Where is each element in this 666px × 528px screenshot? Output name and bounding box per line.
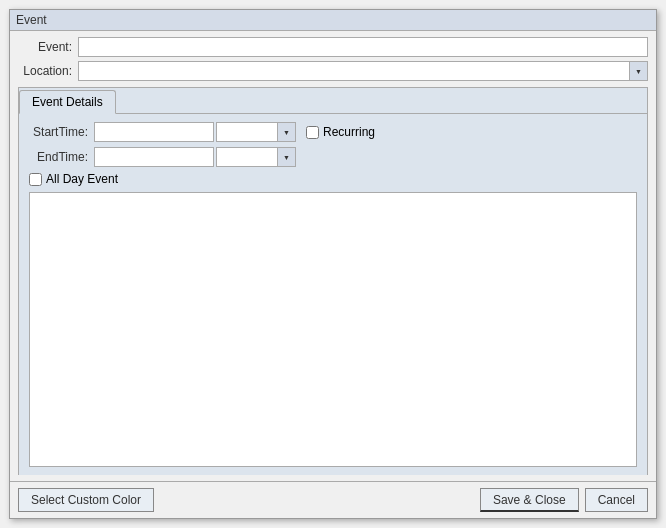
end-time-row: EndTime: [29, 147, 637, 167]
tab-event-details-label: Event Details [32, 95, 103, 109]
event-field-row: Event: [18, 37, 648, 57]
footer-left: Select Custom Color [18, 488, 154, 512]
event-dialog: Event Event: Location: Event Details [9, 9, 657, 519]
dialog-title-text: Event [16, 13, 47, 27]
allday-row: All Day Event [29, 172, 637, 186]
tab-event-details[interactable]: Event Details [19, 90, 116, 114]
start-time-input[interactable] [94, 122, 214, 142]
location-label: Location: [18, 64, 78, 78]
tab-container: Event Details StartTime: Recurring [18, 87, 648, 475]
dialog-title: Event [10, 10, 656, 31]
all-day-label: All Day Event [46, 172, 118, 186]
start-time-row: StartTime: Recurring [29, 122, 637, 142]
location-dropdown-button[interactable] [629, 62, 647, 80]
start-time-label: StartTime: [29, 125, 94, 139]
end-time-input[interactable] [94, 147, 214, 167]
tab-event-details-content: StartTime: Recurring EndTime: [19, 114, 647, 475]
dialog-body: Event: Location: Event Details StartTime… [10, 31, 656, 481]
cancel-button[interactable]: Cancel [585, 488, 648, 512]
start-ampm-input[interactable] [217, 123, 277, 141]
notes-textarea[interactable] [29, 192, 637, 467]
recurring-wrapper: Recurring [306, 125, 375, 139]
save-close-label: Save & Close [493, 493, 566, 507]
save-close-button[interactable]: Save & Close [480, 488, 579, 512]
select-custom-color-label: Select Custom Color [31, 493, 141, 507]
tab-header: Event Details [19, 88, 647, 114]
all-day-checkbox[interactable] [29, 173, 42, 186]
location-field-row: Location: [18, 61, 648, 81]
end-ampm-dropdown-button[interactable] [277, 148, 295, 166]
location-input[interactable] [79, 62, 629, 80]
event-label: Event: [18, 40, 78, 54]
end-time-label: EndTime: [29, 150, 94, 164]
event-input[interactable] [78, 37, 648, 57]
dialog-footer: Select Custom Color Save & Close Cancel [10, 481, 656, 518]
end-ampm-input[interactable] [217, 148, 277, 166]
recurring-checkbox[interactable] [306, 126, 319, 139]
footer-right: Save & Close Cancel [480, 488, 648, 512]
location-select-wrapper [78, 61, 648, 81]
start-ampm-dropdown-button[interactable] [277, 123, 295, 141]
start-ampm-wrapper [216, 122, 296, 142]
select-custom-color-button[interactable]: Select Custom Color [18, 488, 154, 512]
cancel-label: Cancel [598, 493, 635, 507]
end-ampm-wrapper [216, 147, 296, 167]
recurring-label: Recurring [323, 125, 375, 139]
